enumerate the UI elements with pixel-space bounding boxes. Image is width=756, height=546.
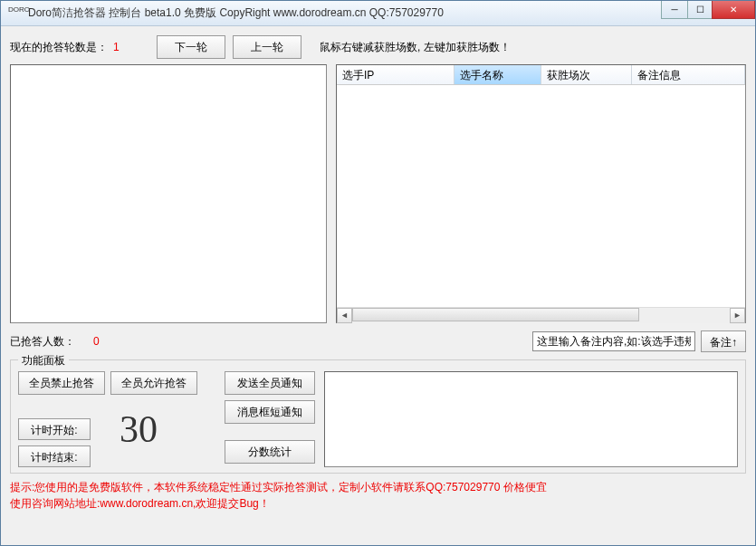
timer-seconds: 30 — [114, 407, 163, 451]
top-row: 现在的抢答轮数是： 1 下一轮 上一轮 鼠标右键减获胜场数, 左键加获胜场数！ — [10, 35, 746, 59]
forbid-all-button[interactable]: 全员禁止抢答 — [18, 371, 105, 395]
scroll-track[interactable] — [352, 308, 730, 323]
round-number: 1 — [113, 41, 149, 53]
notice-textarea-wrap — [324, 371, 738, 467]
close-button[interactable]: ✕ — [712, 1, 755, 19]
table-body[interactable] — [337, 85, 745, 307]
allow-all-button[interactable]: 全员允许抢答 — [110, 371, 197, 395]
client-area: 现在的抢答轮数是： 1 下一轮 上一轮 鼠标右键减获胜场数, 左键加获胜场数！ … — [1, 26, 755, 545]
footer-line1b: 价格便宜 — [500, 481, 546, 493]
timer-end-button[interactable]: 计时结束: — [18, 445, 91, 467]
round-label: 现在的抢答轮数是： — [10, 40, 108, 55]
col-forbid-allow: 全员禁止抢答 计时开始: 计时结束: — [18, 371, 105, 467]
scroll-thumb[interactable] — [352, 308, 639, 321]
titlebar[interactable]: DORO Doro简洁抢答器 控制台 beta1.0 免费版 CopyRight… — [1, 1, 755, 26]
col-remark[interactable]: 备注信息 — [632, 65, 745, 84]
scroll-right-button[interactable]: ► — [730, 308, 745, 323]
minimize-button[interactable]: ─ — [661, 1, 688, 19]
footer-line2b: ,欢迎提交Bug！ — [193, 497, 270, 510]
col-notice: 发送全员通知 消息框短通知 分数统计 — [225, 371, 315, 467]
table-header: 选手IP 选手名称 获胜场次 备注信息 — [337, 65, 745, 85]
panel-title: 功能面板 — [18, 353, 69, 369]
maximize-button[interactable]: ☐ — [687, 1, 713, 19]
function-panel: 功能面板 全员禁止抢答 计时开始: 计时结束: 全员允许抢答 30 发送全员通知… — [10, 359, 746, 474]
window-title: Doro简洁抢答器 控制台 beta1.0 免费版 CopyRight www.… — [28, 5, 662, 21]
horizontal-scrollbar[interactable]: ◄ ► — [337, 307, 745, 322]
mid-row: 选手IP 选手名称 获胜场次 备注信息 ◄ ► — [10, 64, 746, 323]
footer-line2a: 使用咨询网站地址: — [10, 497, 100, 510]
timer-display-wrap: 30 — [114, 407, 163, 451]
answered-count: 0 — [93, 335, 100, 348]
col-wins[interactable]: 获胜场次 — [541, 65, 632, 84]
msgbox-notice-button[interactable]: 消息框短通知 — [225, 400, 315, 424]
answered-label: 已抢答人数： — [10, 334, 75, 350]
col-name[interactable]: 选手名称 — [455, 65, 541, 84]
remark-input[interactable] — [532, 331, 695, 351]
mouse-hint: 鼠标右键减获胜场数, 左键加获胜场数！ — [320, 40, 511, 55]
footer-qq: 757029770 — [445, 481, 500, 493]
footer-url: www.dorodream.cn — [100, 497, 193, 510]
count-row: 已抢答人数： 0 备注↑ — [10, 330, 746, 352]
player-table: 选手IP 选手名称 获胜场次 备注信息 ◄ ► — [336, 64, 746, 323]
app-icon: DORO — [8, 6, 23, 21]
remark-box: 备注↑ — [532, 330, 746, 352]
app-window: DORO Doro简洁抢答器 控制台 beta1.0 免费版 CopyRight… — [0, 0, 756, 546]
remark-button[interactable]: 备注↑ — [701, 330, 746, 352]
prev-round-button[interactable]: 上一轮 — [233, 35, 301, 59]
col-ip[interactable]: 选手IP — [337, 65, 455, 84]
scroll-left-button[interactable]: ◄ — [337, 308, 352, 323]
score-stats-button[interactable]: 分数统计 — [225, 440, 315, 464]
send-notice-button[interactable]: 发送全员通知 — [225, 371, 315, 395]
footer-tip: 提示:您使用的是免费版软件，本软件系统稳定性通过实际抢答测试，定制小软件请联系Q… — [10, 479, 746, 512]
answer-list[interactable] — [10, 64, 327, 323]
window-controls: ─ ☐ ✕ — [662, 1, 755, 19]
next-round-button[interactable]: 下一轮 — [157, 35, 225, 59]
notice-textarea[interactable] — [324, 371, 738, 467]
timer-start-button[interactable]: 计时开始: — [18, 418, 91, 440]
footer-line1a: 提示:您使用的是免费版软件，本软件系统稳定性通过实际抢答测试，定制小软件请联系Q… — [10, 481, 445, 493]
